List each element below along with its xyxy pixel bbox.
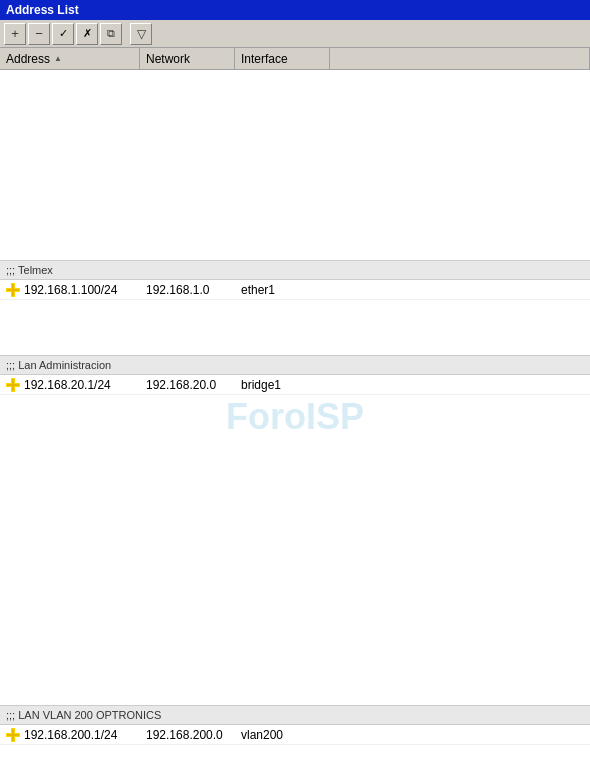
table-row[interactable]: 192.168.20.1/24 192.168.20.0 bridge1 — [0, 375, 590, 395]
interface-cell: bridge1 — [235, 375, 330, 394]
network-cell: 192.168.20.0 — [140, 375, 235, 394]
svg-rect-11 — [7, 734, 19, 736]
sort-icon: ▲ — [54, 54, 62, 63]
interface-cell: ether1 — [235, 280, 330, 299]
remove-button[interactable]: − — [28, 23, 50, 45]
column-network[interactable]: Network — [140, 48, 235, 69]
title-bar: Address List — [0, 0, 590, 20]
enable-button[interactable]: ✓ — [52, 23, 74, 45]
section-header-vlan200: ;;; LAN VLAN 200 OPTRONICS — [0, 705, 590, 725]
filter-icon: ▽ — [137, 27, 146, 41]
minus-icon: − — [35, 26, 43, 41]
column-address[interactable]: Address ▲ — [0, 48, 140, 69]
network-cell: 192.168.1.0 — [140, 280, 235, 299]
svg-rect-3 — [7, 289, 19, 291]
column-extra — [330, 48, 590, 69]
table-body: ForoISP ;;; Telmex 192.168.1.100/24 192.… — [0, 70, 590, 763]
extra-cell — [330, 375, 590, 394]
disable-button[interactable]: ✗ — [76, 23, 98, 45]
interface-cell: vlan200 — [235, 725, 330, 744]
title-label: Address List — [6, 3, 79, 17]
row-icon — [6, 728, 20, 742]
row-icon — [6, 283, 20, 297]
row-icon — [6, 378, 20, 392]
filter-button[interactable]: ▽ — [130, 23, 152, 45]
cross-icon: ✗ — [83, 27, 92, 40]
toolbar: + − ✓ ✗ ⧉ ▽ — [0, 20, 590, 48]
add-icon: + — [11, 26, 19, 41]
section-header-lan-admin: ;;; Lan Administracion — [0, 355, 590, 375]
address-cell: 192.168.200.1/24 — [0, 725, 140, 744]
table-header: Address ▲ Network Interface — [0, 48, 590, 70]
network-cell: 192.168.200.0 — [140, 725, 235, 744]
section-header-telmex: ;;; Telmex — [0, 260, 590, 280]
copy-icon: ⧉ — [107, 27, 115, 40]
address-cell: 192.168.1.100/24 — [0, 280, 140, 299]
svg-rect-7 — [7, 384, 19, 386]
extra-cell — [330, 280, 590, 299]
table-row[interactable]: 192.168.1.100/24 192.168.1.0 ether1 — [0, 280, 590, 300]
check-icon: ✓ — [59, 27, 68, 40]
address-cell: 192.168.20.1/24 — [0, 375, 140, 394]
table-row[interactable]: 192.168.200.1/24 192.168.200.0 vlan200 — [0, 725, 590, 745]
column-interface[interactable]: Interface — [235, 48, 330, 69]
extra-cell — [330, 725, 590, 744]
add-button[interactable]: + — [4, 23, 26, 45]
copy-button[interactable]: ⧉ — [100, 23, 122, 45]
